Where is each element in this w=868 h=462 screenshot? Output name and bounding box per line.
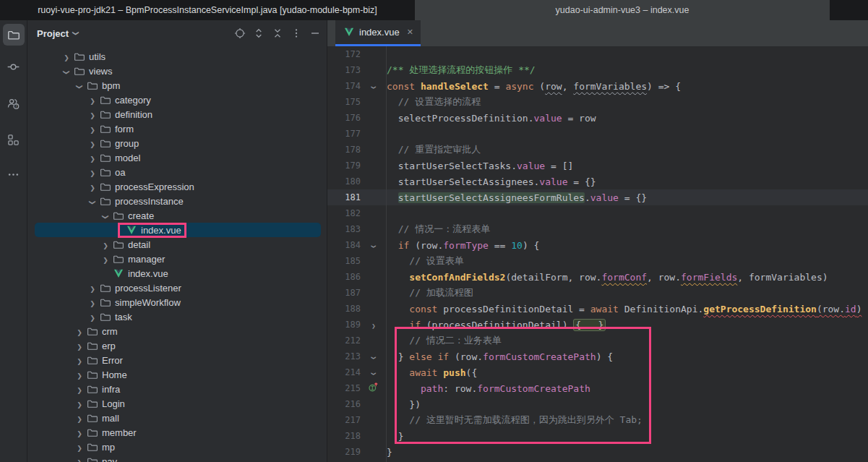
code-line-213[interactable]: 213❯ } else if (row.formCustomCreatePath… (327, 348, 868, 364)
tree-item-crm[interactable]: ❯crm (35, 324, 321, 338)
expand-all-icon[interactable] (253, 27, 265, 39)
code-line-172[interactable]: 172 (327, 46, 868, 62)
chevron-right-icon[interactable]: ❯ (72, 355, 87, 366)
chevron-right-icon[interactable]: ❯ (72, 369, 87, 380)
chevron-down-icon[interactable]: ❯ (85, 196, 100, 207)
fold-down-icon[interactable]: ❯ (361, 351, 387, 362)
code-line-184[interactable]: 184❯ if (row.formType == 10) { (327, 237, 868, 253)
chevron-right-icon[interactable]: ❯ (85, 181, 100, 192)
chevron-right-icon[interactable]: ❯ (72, 398, 87, 409)
code-line-175[interactable]: 175 // 设置选择的流程 (327, 94, 868, 110)
code-line-188[interactable]: 188 const processDefinitionDetail = awai… (327, 301, 868, 317)
tree-item-Home[interactable]: ❯Home (35, 367, 321, 382)
close-icon[interactable]: ✕ (407, 27, 413, 37)
tree-item-pay[interactable]: ❯pay (35, 454, 321, 462)
tree-item-group[interactable]: ❯group (35, 136, 321, 150)
commit-icon[interactable] (3, 56, 25, 77)
code-line-186[interactable]: 186 setConfAndFields2(detailForm, row.fo… (327, 269, 868, 285)
tree-item-simpleWorkflow[interactable]: ❯simpleWorkflow (35, 295, 321, 309)
project-folder-icon[interactable] (3, 24, 25, 46)
tree-item-model[interactable]: ❯model (35, 150, 321, 165)
code-line-178[interactable]: 178 // 重置指定审批人 (327, 142, 868, 158)
tree-item-create[interactable]: ❯create (35, 208, 321, 223)
code-line-212[interactable]: 212 // 情况二：业务表单 (327, 333, 868, 348)
code-line-179[interactable]: 179 startUserSelectTasks.value = [] (327, 158, 868, 174)
code-line-180[interactable]: 180 startUserSelectAssignees.value = {} (327, 174, 868, 189)
tree-item-task[interactable]: ❯task (35, 309, 321, 324)
structure-icon[interactable] (3, 129, 25, 150)
chevron-right-icon[interactable]: ❯ (85, 109, 100, 120)
chevron-right-icon[interactable]: ❯ (72, 442, 87, 453)
fold-down-icon[interactable]: ❯ (361, 81, 387, 92)
more-tools-icon[interactable] (3, 163, 25, 185)
fold-down-icon[interactable]: ❯ (361, 240, 387, 251)
tree-item-member[interactable]: ❯member (35, 425, 321, 440)
code-line-185[interactable]: 185 // 设置表单 (327, 253, 868, 269)
project-panel-title[interactable]: Project (37, 28, 69, 39)
code-with-me-icon[interactable]: ? (3, 93, 25, 114)
chevron-right-icon[interactable]: ❯ (85, 153, 100, 163)
chevron-right-icon[interactable]: ❯ (85, 283, 100, 294)
chevron-right-icon[interactable]: ❯ (85, 124, 100, 134)
collapse-all-icon[interactable] (272, 27, 283, 39)
chevron-down-icon[interactable]: ❯ (59, 66, 74, 77)
tree-item-manager[interactable]: ❯manager (35, 252, 321, 266)
chevron-right-icon[interactable]: ❯ (72, 427, 87, 438)
code-line-182[interactable]: 182 (327, 205, 868, 221)
tab-index-vue[interactable]: index.vue ✕ (335, 20, 421, 46)
code-line-216[interactable]: 216 }) (327, 396, 868, 412)
folded-region[interactable]: {...} (573, 319, 606, 331)
tree-item-infra[interactable]: ❯infra (35, 382, 321, 396)
tree-item-form[interactable]: ❯form (35, 121, 321, 136)
tree-item-mall[interactable]: ❯mall (35, 411, 321, 425)
chevron-right-icon[interactable]: ❯ (72, 456, 87, 462)
code-line-215[interactable]: 215 path: row.formCustomCreatePath (327, 380, 868, 396)
chevron-right-icon[interactable]: ❯ (85, 297, 100, 308)
code-line-217[interactable]: 217 // 这里暂时无需加载流程图，因为跳出到另外个 Tab; (327, 412, 868, 428)
tree-item-views[interactable]: ❯views (35, 64, 321, 78)
chevron-right-icon[interactable]: ❯ (72, 326, 87, 337)
chevron-right-icon[interactable]: ❯ (72, 413, 87, 424)
code-line-174[interactable]: 174❯const handleSelect = async (row, for… (327, 78, 868, 94)
code-line-189[interactable]: 189❯ if (processDefinitionDetail) {...} (327, 317, 868, 333)
code-line-187[interactable]: 187 // 加载流程图 (327, 285, 868, 301)
code-line-176[interactable]: 176 selectProcessDefinition.value = row (327, 110, 868, 126)
fold-right-icon[interactable]: ❯ (361, 320, 387, 330)
locate-icon[interactable] (234, 27, 246, 39)
tree-item-erp[interactable]: ❯erp (35, 338, 321, 353)
code-line-177[interactable]: 177 (327, 126, 868, 142)
tree-item-processInstance[interactable]: ❯processInstance (35, 194, 321, 208)
tree-item-detail[interactable]: ❯detail (35, 237, 321, 252)
tree-item-processListener[interactable]: ❯processListener (35, 281, 321, 295)
chevron-right-icon[interactable]: ❯ (85, 138, 100, 149)
chevron-right-icon[interactable]: ❯ (85, 95, 100, 106)
tree-item-bpm[interactable]: ❯bpm (35, 78, 321, 93)
gutter-jump-icon[interactable] (361, 382, 387, 395)
code-line-183[interactable]: 183 // 情况一：流程表单 (327, 221, 868, 237)
chevron-right-icon[interactable]: ❯ (59, 51, 74, 62)
code-line-218[interactable]: 218 } (327, 428, 868, 444)
code-line-219[interactable]: 219} (327, 444, 868, 460)
chevron-right-icon[interactable]: ❯ (98, 254, 113, 265)
tree-item-index-vue[interactable]: index.vue (35, 266, 321, 281)
chevron-right-icon[interactable]: ❯ (72, 384, 87, 395)
chevron-right-icon[interactable]: ❯ (98, 239, 113, 250)
chevron-down-icon[interactable]: ❯ (98, 210, 113, 221)
hide-panel-icon[interactable] (309, 27, 321, 39)
tree-item-index-vue[interactable]: index.vue (35, 223, 321, 237)
chevron-right-icon[interactable]: ❯ (72, 341, 87, 351)
chevron-right-icon[interactable]: ❯ (85, 312, 100, 322)
code-line-181[interactable]: 181 startUserSelectAssigneesFormRules.va… (327, 189, 868, 205)
tree-item-mp[interactable]: ❯mp (35, 440, 321, 454)
tree-item-oa[interactable]: ❯oa (35, 165, 321, 179)
tree-item-Login[interactable]: ❯Login (35, 396, 321, 411)
code-line-173[interactable]: 173/** 处理选择流程的按钮操作 **/ (327, 62, 868, 78)
tree-item-definition[interactable]: ❯definition (35, 107, 321, 121)
fold-down-icon[interactable]: ❯ (361, 367, 387, 378)
chevron-down-icon[interactable]: ❯ (72, 80, 87, 91)
chevron-right-icon[interactable]: ❯ (85, 167, 100, 178)
more-vertical-icon[interactable] (291, 27, 302, 39)
tree-item-processExpression[interactable]: ❯processExpression (35, 179, 321, 194)
tree-item-utils[interactable]: ❯utils (35, 49, 321, 64)
tree-item-Error[interactable]: ❯Error (35, 353, 321, 367)
